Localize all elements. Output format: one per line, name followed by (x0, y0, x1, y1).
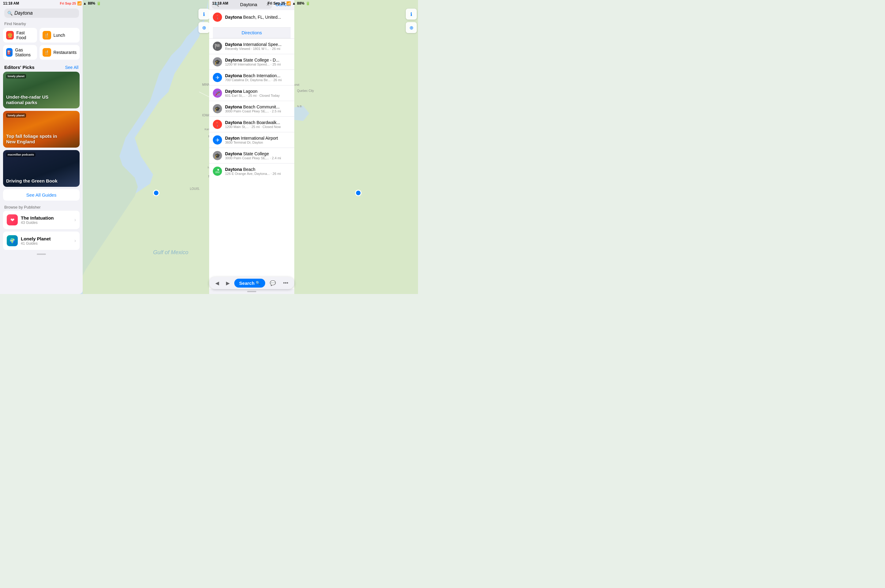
result-info-lagoon: Daytona Lagoon 601 Earl St,... · 25 mi ·… (225, 89, 291, 98)
status-date-right: Fri Sep 25 (268, 1, 285, 6)
left-panel: 🔍 Cancel Find Nearby 🍔 Fast Food 🍴 Lunch… (0, 0, 82, 294)
result-info-boardwalk: Daytona Beach Boardwalk... 1200 Main St,… (225, 120, 291, 129)
search-toolbar-button[interactable]: Search 🔍 (234, 279, 265, 288)
nearby-item-gas-stations[interactable]: ⛽ Gas Stations (3, 45, 37, 60)
result-item-daytona-state-college-d[interactable]: 🎓 Daytona State College - D... 1200 W In… (209, 54, 294, 70)
result-item-daytona-beach[interactable]: 🏖 Daytona Beach 126 E Orange Ave, Dayton… (209, 164, 294, 179)
result-name-speedway: Daytona International Spee... (225, 42, 291, 47)
nearby-grid: 🍔 Fast Food 🍴 Lunch ⛽ Gas Stations 🍴 Res… (0, 28, 82, 62)
result-name-airport: Daytona Beach Internation... (225, 73, 291, 78)
result-meta-dayton-airport: 3600 Terminal Dr, Dayton (225, 141, 291, 144)
result-item-daytona-beach-community[interactable]: 🎓 Daytona Beach Communit... 3000 Palm Co… (209, 101, 294, 117)
editors-picks-title: Editors' Picks (4, 64, 34, 70)
result-meta-community: 3000 Palm Coast Pkwy SE,... · 2.5 mi (225, 110, 291, 113)
result-icon-dayton-airport: ✈ (213, 135, 222, 144)
message-button[interactable]: 💬 (267, 279, 278, 287)
editors-picks-header: Editors' Picks See All (0, 62, 82, 72)
result-meta-lagoon: 601 Earl St,... · 25 mi · Closed Today (225, 94, 291, 98)
find-nearby-label: Find Nearby (0, 20, 82, 28)
info-button-left[interactable]: ℹ (198, 9, 210, 20)
result-info-state-college: Daytona State College 3000 Palm Coast Pk… (225, 151, 291, 160)
nearby-item-fast-food[interactable]: 🍔 Fast Food (3, 28, 37, 43)
status-bar-left: 11:18 AM Fri Sep 25 📶 ▲ 88% 🔋 (0, 0, 104, 7)
result-meta-state-college: 3000 Palm Coast Pkwy SE,... · 2.4 mi (225, 156, 291, 160)
result-item-daytona-intl-speedway[interactable]: 🏁 Daytona International Spee... Recently… (209, 39, 294, 54)
nearby-item-restaurants[interactable]: 🍴 Restaurants (39, 45, 80, 60)
result-icon-speedway: 🏁 (213, 42, 222, 51)
result-item-dayton-intl-airport[interactable]: ✈ Dayton International Airport 3600 Term… (209, 132, 294, 148)
status-bar-right: 11:18 AM Fri Sep 25 📶 ▲ 88% 🔋 (209, 0, 313, 7)
result-name-college-d: Daytona State College - D... (225, 58, 291, 63)
see-all-editors-picks-button[interactable]: See All (65, 65, 78, 70)
result-name-state-college: Daytona State College (225, 151, 291, 156)
result-info-speedway: Daytona International Spee... Recently V… (225, 42, 291, 51)
scroll-indicator-left (37, 254, 46, 255)
gas-stations-label: Gas Stations (15, 48, 34, 57)
guide-card-img-national-parks: lonely planet Under-the-radar USnational… (3, 72, 80, 108)
signal-icon: ▲ (83, 1, 87, 6)
status-icons-right: Fri Sep 25 📶 ▲ 88% 🔋 (268, 1, 310, 6)
scroll-indicator-right (247, 291, 256, 292)
guide-card-national-parks[interactable]: lonely planet Under-the-radar USnational… (3, 72, 80, 108)
back-button[interactable]: ◀ (213, 279, 221, 287)
right-panel: 🔍 Daytona ✕ Cancel 📍 Daytona Beach, FL, … (209, 0, 294, 294)
guide-card-img-fall-foliage: lonely planet Top fall foliage spots inN… (3, 111, 80, 148)
infatuation-chevron-icon: › (74, 217, 76, 223)
lonely-planet-name: Lonely Planet (21, 236, 71, 242)
result-info-community: Daytona Beach Communit... 3000 Palm Coas… (225, 104, 291, 113)
svg-text:LOUIS.: LOUIS. (190, 187, 200, 190)
svg-point-43 (356, 190, 361, 196)
result-icon-beach: 🏖 (213, 166, 222, 176)
lonely-planet-chevron-icon: › (74, 238, 76, 243)
more-button[interactable]: ••• (281, 279, 291, 287)
result-item-daytona-lagoon[interactable]: 🎢 Daytona Lagoon 601 Earl St,... · 25 mi… (209, 86, 294, 101)
search-toolbar-icon: 🔍 (256, 281, 260, 285)
search-bar-left[interactable]: 🔍 (4, 9, 79, 18)
publisher-item-infatuation[interactable]: ❤ The Infatuation 43 Guides › (3, 211, 80, 229)
compass-button-left[interactable]: ⊕ (198, 22, 210, 33)
result-icon-lagoon: 🎢 (213, 88, 222, 98)
svg-text:Quebec City: Quebec City (297, 89, 314, 93)
result-item-daytona-boardwalk[interactable]: 📍 Daytona Beach Boardwalk... 1200 Main S… (209, 117, 294, 132)
result-info-beach: Daytona Beach 126 E Orange Ave, Daytona.… (225, 167, 291, 176)
infatuation-icon: ❤ (7, 214, 18, 225)
lonely-planet-guides: 41 Guides (21, 242, 71, 246)
guide-card-green-book[interactable]: macmillan podcasts Driving the Green Boo… (3, 150, 80, 187)
lunch-label: Lunch (54, 33, 65, 38)
result-item-daytona-beach-airport[interactable]: ✈ Daytona Beach Internation... 700 Catal… (209, 70, 294, 86)
nearby-item-lunch[interactable]: 🍴 Lunch (39, 28, 80, 43)
infatuation-name: The Infatuation (21, 215, 71, 220)
status-time-left: 11:18 AM (3, 1, 19, 6)
result-meta-speedway: Recently Viewed · 1801 W I... · 26 mi (225, 47, 291, 51)
forward-button[interactable]: ▶ (224, 279, 232, 287)
publisher-info-infatuation: The Infatuation 43 Guides (21, 215, 71, 225)
result-meta-airport: 700 Catalina Dr, Daytona Be... · 26 mi (225, 78, 291, 82)
result-item-daytona-state-college[interactable]: 🎓 Daytona State College 3000 Palm Coast … (209, 148, 294, 164)
guide-card-logo-macmillan: macmillan podcasts (6, 153, 36, 157)
result-icon-state-college: 🎓 (213, 151, 222, 160)
wifi-icon-right: 📶 (286, 1, 291, 6)
result-meta-beach: 126 E Orange Ave, Daytona... · 26 mi (225, 172, 291, 176)
info-button-right[interactable]: ℹ (406, 9, 417, 20)
result-item-daytona-beach-fl[interactable]: 📍 Daytona Beach, FL, United... Direction… (209, 10, 294, 39)
search-input-left[interactable] (14, 10, 76, 16)
status-time-right: 11:18 AM (212, 1, 228, 6)
result-icon-community: 🎓 (213, 104, 222, 113)
guide-card-fall-foliage[interactable]: lonely planet Top fall foliage spots inN… (3, 111, 80, 148)
status-icons-left: Fri Sep 25 📶 ▲ 88% 🔋 (60, 1, 101, 6)
gas-station-icon: ⛽ (6, 48, 12, 57)
publisher-item-lonely-planet[interactable]: 🌍 Lonely Planet 41 Guides › (3, 231, 80, 250)
search-results: 📍 Daytona Beach, FL, United... Direction… (209, 10, 294, 289)
guide-card-title-green-book: Driving the Green Book (6, 178, 58, 184)
compass-button-right[interactable]: ⊕ (406, 22, 417, 33)
result-name-lagoon: Daytona Lagoon (225, 89, 291, 94)
lunch-icon: 🍴 (43, 31, 51, 39)
guide-card-logo-lonelyplanet2: lonely planet (6, 113, 26, 118)
svg-text:N.B.: N.B. (297, 105, 303, 108)
see-all-guides-button[interactable]: See All Guides (3, 189, 80, 201)
result-name-dayton-airport: Dayton International Airport (225, 136, 291, 141)
guide-card-img-green-book: macmillan podcasts Driving the Green Boo… (3, 150, 80, 187)
signal-icon-right: ▲ (292, 1, 296, 6)
svg-point-42 (153, 190, 159, 196)
directions-button[interactable]: Directions (242, 30, 262, 35)
